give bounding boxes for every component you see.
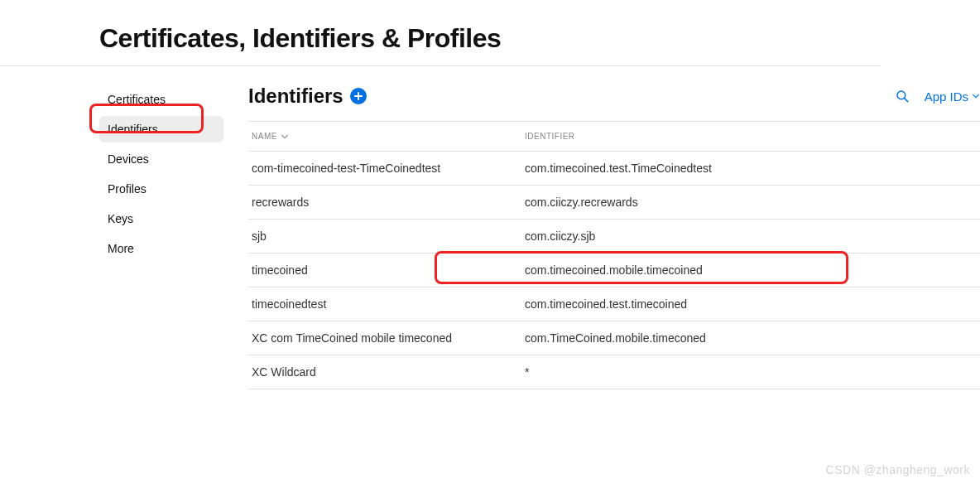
sidebar: CertificatesIdentifiersDevicesProfilesKe… [99, 85, 223, 389]
cell-identifier: com.TimeCoined.mobile.timeconed [525, 331, 980, 345]
content-area: Identifiers App IDs [223, 85, 980, 389]
table-body: com-timecoined-test-TimeCoinedtestcom.ti… [248, 152, 980, 389]
cell-identifier: com.timecoined.test.timecoined [525, 297, 980, 311]
plus-icon [353, 91, 363, 101]
sidebar-item-more[interactable]: More [99, 235, 223, 262]
cell-name: sjb [252, 229, 525, 243]
table-row[interactable]: timecoinedtestcom.timecoined.test.timeco… [248, 287, 980, 321]
main-wrap: CertificatesIdentifiersDevicesProfilesKe… [99, 66, 980, 389]
table-header: NAME IDENTIFIER [248, 121, 980, 152]
sidebar-item-profiles[interactable]: Profiles [99, 176, 223, 202]
cell-identifier: * [525, 365, 980, 379]
table-row[interactable]: sjbcom.ciiczy.sjb [248, 220, 980, 254]
filter-label: App IDs [925, 89, 968, 104]
search-icon [895, 89, 910, 104]
header-right: App IDs [895, 89, 980, 104]
sidebar-item-keys[interactable]: Keys [99, 205, 223, 232]
page-title: Certificates, Identifiers & Profiles [0, 0, 881, 66]
chevron-down-icon [972, 92, 980, 100]
cell-name: XC com TimeCoined mobile timeconed [252, 331, 525, 345]
sidebar-item-devices[interactable]: Devices [99, 146, 223, 172]
cell-identifier: com.timecoined.test.TimeCoinedtest [525, 162, 980, 175]
cell-name: com-timecoined-test-TimeCoinedtest [252, 162, 525, 175]
table-row[interactable]: XC Wildcard* [248, 355, 980, 389]
column-header-identifier-label: IDENTIFIER [525, 132, 575, 141]
cell-identifier: com.timecoined.mobile.timecoined [525, 263, 980, 277]
section-title: Identifiers [248, 85, 343, 108]
table-row[interactable]: timecoinedcom.timecoined.mobile.timecoin… [248, 254, 980, 287]
cell-name: timecoinedtest [252, 297, 525, 311]
cell-identifier: com.ciiczy.recrewards [525, 196, 980, 209]
watermark: CSDN @zhangheng_work [826, 463, 970, 476]
cell-name: XC Wildcard [252, 365, 525, 379]
cell-name: recrewards [252, 196, 525, 209]
column-header-name-label: NAME [252, 132, 277, 141]
add-identifier-button[interactable] [350, 88, 367, 104]
column-header-name[interactable]: NAME [252, 132, 525, 141]
svg-line-1 [904, 99, 907, 102]
content-header: Identifiers App IDs [248, 85, 980, 113]
section-title-wrap: Identifiers [248, 85, 367, 108]
cell-identifier: com.ciiczy.sjb [525, 229, 980, 243]
sort-icon [281, 133, 289, 141]
sidebar-item-identifiers[interactable]: Identifiers [99, 116, 223, 142]
sidebar-item-certificates[interactable]: Certificates [99, 86, 223, 113]
filter-dropdown[interactable]: App IDs [925, 89, 980, 104]
search-button[interactable] [895, 89, 910, 104]
table-row[interactable]: XC com TimeCoined mobile timeconedcom.Ti… [248, 321, 980, 355]
column-header-identifier[interactable]: IDENTIFIER [525, 132, 980, 141]
table-row[interactable]: com-timecoined-test-TimeCoinedtestcom.ti… [248, 152, 980, 186]
cell-name: timecoined [252, 263, 525, 277]
table-row[interactable]: recrewardscom.ciiczy.recrewards [248, 186, 980, 220]
identifiers-table: NAME IDENTIFIER com-timecoined-test-Time… [248, 121, 980, 389]
